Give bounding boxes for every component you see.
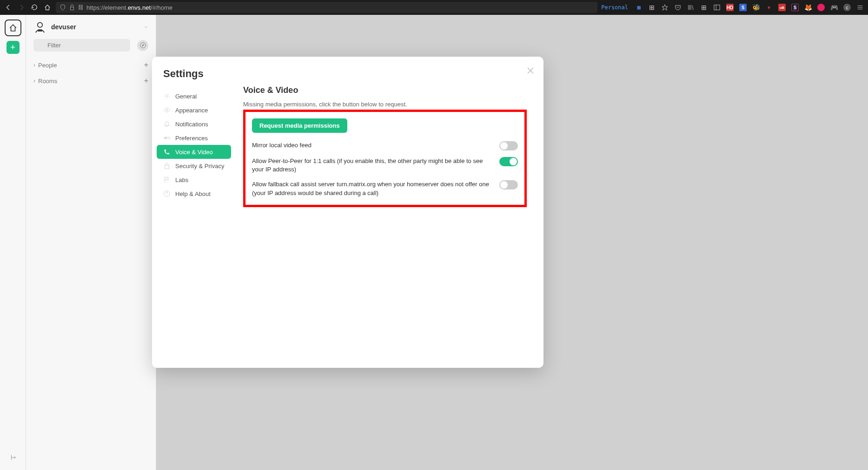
nav-general[interactable]: General	[157, 89, 231, 103]
toggle-p2p: Allow Peer-to-Peer for 1:1 calls (if you…	[252, 157, 518, 174]
chevron-right-icon: ›	[33, 62, 35, 68]
lock-icon	[163, 162, 171, 170]
phone-icon	[163, 148, 171, 156]
user-menu[interactable]: devuser	[26, 15, 156, 39]
ext-icon-apps[interactable]: ⊞	[700, 3, 708, 12]
nav-rail: +	[0, 15, 26, 470]
reload-button[interactable]	[30, 3, 39, 12]
nav-label: Notifications	[175, 121, 208, 128]
ext-pink[interactable]	[817, 3, 825, 12]
forward-button[interactable]	[17, 3, 26, 12]
add-room-button[interactable]: +	[144, 77, 148, 85]
content-title: Voice & Video	[243, 85, 527, 95]
nav-preferences[interactable]: Preferences	[157, 131, 231, 145]
expand-rail-button[interactable]	[10, 454, 16, 463]
svg-rect-0	[71, 7, 74, 10]
explore-button[interactable]	[137, 40, 148, 51]
flag-icon	[163, 176, 171, 183]
toggle-label: Allow Peer-to-Peer for 1:1 calls (if you…	[252, 157, 492, 174]
settings-content: Voice & Video Missing media permissions,…	[236, 85, 543, 357]
lock-icon	[69, 4, 75, 11]
bookmark-icon[interactable]	[661, 3, 669, 12]
slider-icon	[163, 134, 171, 142]
ext-red[interactable]: ▼	[765, 3, 773, 12]
toggle-fallback: Allow fallback call assist server turn.m…	[252, 180, 518, 197]
ext-circle[interactable]: c	[843, 3, 851, 12]
ext-bee[interactable]: 🐝	[752, 3, 760, 12]
pocket-icon[interactable]	[674, 3, 682, 12]
chevron-down-icon	[144, 23, 148, 31]
svg-rect-7	[38, 29, 43, 31]
compass-icon	[140, 42, 146, 48]
url-text: https://element.envs.net/#/home	[86, 4, 172, 11]
home-button[interactable]	[43, 3, 52, 12]
chevron-right-icon: ›	[33, 78, 35, 84]
create-space-button[interactable]: +	[7, 41, 20, 54]
filter-input[interactable]	[33, 39, 130, 52]
question-icon	[163, 190, 171, 197]
bell-icon	[163, 120, 171, 128]
nav-notifications[interactable]: Notifications	[157, 117, 231, 131]
close-icon	[527, 67, 534, 74]
permission-text: Missing media permissions, click the but…	[243, 101, 527, 108]
ext-ub[interactable]: uB	[778, 3, 786, 12]
menu-icon[interactable]	[856, 3, 864, 12]
close-button[interactable]	[527, 65, 534, 77]
ext-game[interactable]: 🎮	[830, 3, 838, 12]
add-people-button[interactable]: +	[144, 61, 148, 69]
ext-hd[interactable]: HD	[726, 3, 734, 12]
settings-modal: Settings General Appearance Notification…	[152, 57, 543, 368]
toggle-fallback-switch[interactable]	[499, 180, 518, 189]
toggle-label: Allow fallback call assist server turn.m…	[252, 180, 492, 197]
modal-title: Settings	[163, 68, 204, 80]
nav-help[interactable]: Help & About	[157, 187, 231, 201]
home-space-button[interactable]	[5, 20, 21, 36]
user-avatar-icon	[33, 20, 46, 33]
settings-nav: General Appearance Notifications Prefere…	[152, 85, 236, 357]
svg-point-16	[164, 191, 170, 196]
permissions-icon: ⛓	[78, 4, 84, 11]
toggle-p2p-switch[interactable]	[499, 157, 518, 166]
nav-label: Security & Privacy	[175, 163, 224, 170]
nav-voice-video[interactable]: Voice & Video	[157, 145, 231, 159]
container-label: Personal	[601, 4, 628, 11]
nav-label: Labs	[175, 176, 188, 183]
user-name-label: devuser	[51, 23, 76, 31]
toggle-label: Mirror local video feed	[252, 141, 492, 150]
toggle-mirror: Mirror local video feed	[252, 141, 518, 150]
toggle-mirror-switch[interactable]	[499, 141, 518, 150]
svg-point-11	[166, 95, 168, 97]
library-icon[interactable]	[687, 3, 695, 12]
nav-appearance[interactable]: Appearance	[157, 103, 231, 117]
request-permissions-button[interactable]: Request media permissions	[252, 118, 347, 133]
section-label: People	[38, 62, 57, 69]
ext-orange[interactable]: 🦊	[804, 3, 812, 12]
ext-s2[interactable]: S	[791, 3, 799, 12]
eye-icon	[163, 106, 171, 114]
nav-label: General	[175, 93, 197, 100]
home-icon	[9, 24, 17, 32]
ext-s[interactable]: S	[739, 3, 747, 12]
room-list-panel: devuser › People + › Rooms	[26, 15, 156, 470]
toolbar-extensions: Personal ⊞ ⊞ ⊞ HD S 🐝 ▼ uB S 🦊 🎮 c	[601, 3, 864, 12]
sidebar-icon[interactable]	[713, 3, 721, 12]
nav-label: Appearance	[175, 107, 208, 114]
back-button[interactable]	[4, 3, 13, 12]
shield-icon	[60, 4, 66, 11]
nav-security[interactable]: Security & Privacy	[157, 159, 231, 173]
ext-icon-grid[interactable]: ⊞	[648, 3, 656, 12]
svg-rect-15	[165, 165, 169, 169]
browser-toolbar: ⛓ https://element.envs.net/#/home Person…	[0, 0, 868, 15]
rooms-section[interactable]: › Rooms +	[26, 73, 156, 89]
svg-rect-1	[714, 5, 720, 10]
people-section[interactable]: › People +	[26, 57, 156, 73]
section-label: Rooms	[38, 78, 57, 85]
url-bar[interactable]: ⛓ https://element.envs.net/#/home	[56, 2, 597, 13]
nav-label: Preferences	[175, 135, 208, 142]
ext-icon-1[interactable]: ⊞	[635, 3, 643, 12]
gear-icon	[163, 92, 171, 100]
svg-point-6	[38, 22, 43, 27]
nav-label: Voice & Video	[175, 149, 213, 156]
nav-labs[interactable]: Labs	[157, 173, 231, 187]
nav-label: Help & About	[175, 190, 211, 197]
